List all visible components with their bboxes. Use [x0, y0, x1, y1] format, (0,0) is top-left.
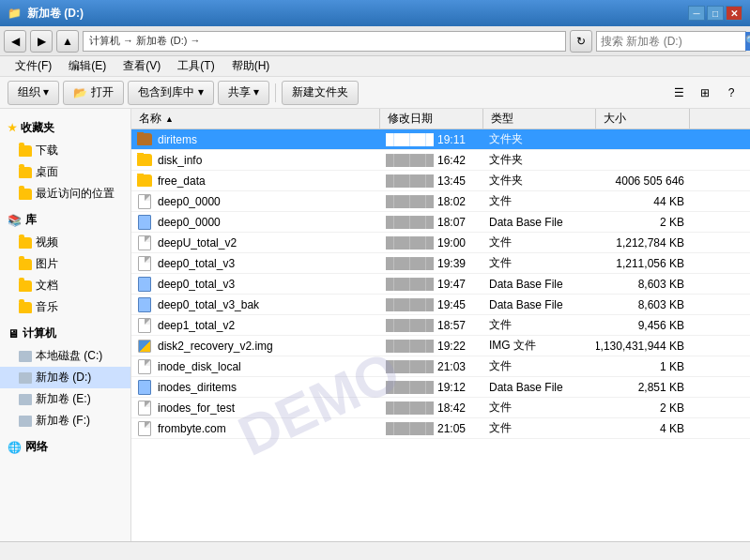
table-row[interactable]: frombyte.com ██████ 21:05 文件 4 KB: [131, 418, 750, 439]
file-type: Data Base File: [489, 381, 563, 394]
sidebar-item-video[interactable]: 视频: [0, 232, 130, 253]
sidebar: ★ 收藏夹 下载 桌面 最近访问的位置 📚 库 视频: [0, 109, 131, 541]
new-folder-button[interactable]: 新建文件夹: [282, 81, 359, 105]
toolbar-separator: [275, 83, 276, 102]
sidebar-item-downloads[interactable]: 下载: [0, 140, 130, 161]
table-row[interactable]: deep0_0000 ██████ 18:07 Data Base File 2…: [131, 212, 750, 233]
computer-label: 计算机: [23, 325, 56, 341]
menu-help[interactable]: 帮助(H): [224, 56, 278, 76]
table-row[interactable]: inodes_for_test ██████ 18:42 文件 2 KB: [131, 398, 750, 418]
file-name-cell: disk_info: [131, 153, 380, 168]
table-row[interactable]: disk_info ██████ 16:42 文件夹: [131, 150, 750, 171]
title-bar-left: 📁 新加卷 (D:): [8, 6, 84, 22]
menu-tools[interactable]: 工具(T): [170, 56, 222, 76]
file-time: 19:45: [437, 298, 466, 311]
organize-button[interactable]: 组织 ▾: [8, 81, 59, 105]
maximize-button[interactable]: □: [707, 6, 724, 21]
include-library-button[interactable]: 包含到库中 ▾: [128, 81, 213, 105]
file-size: 8,603 KB: [638, 278, 684, 291]
search-button[interactable]: 🔍: [745, 32, 750, 51]
drive-icon: [19, 394, 32, 405]
table-row[interactable]: free_data ██████ 13:45 文件夹 4006 505 646: [131, 171, 750, 191]
table-row[interactable]: deep0_0000 ██████ 18:02 文件 44 KB: [131, 191, 750, 212]
file-name: deep0_total_v3: [158, 257, 235, 270]
table-row[interactable]: deep0_total_v3_bak ██████ 19:45 Data Bas…: [131, 295, 750, 315]
sidebar-item-e-drive[interactable]: 新加卷 (E:): [0, 388, 130, 410]
sidebar-item-music[interactable]: 音乐: [0, 296, 130, 318]
column-header-type[interactable]: 类型: [483, 109, 596, 129]
table-row[interactable]: diritems ██████ 19:11 文件夹: [131, 129, 750, 150]
back-button[interactable]: ◀: [4, 30, 26, 53]
file-date-cell: ██████ 19:45: [380, 298, 483, 311]
file-type-cell: 文件: [483, 317, 596, 333]
file-name-cell: free_data: [131, 174, 380, 189]
network-header[interactable]: 🌐 网络: [0, 435, 130, 459]
open-button[interactable]: 📂 打开: [63, 81, 124, 105]
view-tiles-button[interactable]: ⊞: [694, 82, 716, 104]
menu-edit[interactable]: 编辑(E): [61, 56, 114, 76]
sidebar-item-d-drive[interactable]: 新加卷 (D:): [0, 367, 130, 388]
file-type: IMG 文件: [489, 338, 536, 354]
table-row[interactable]: inode_disk_local ██████ 21:03 文件 1 KB: [131, 356, 750, 377]
search-input[interactable]: [597, 35, 745, 48]
sidebar-item-f-drive[interactable]: 新加卷 (F:): [0, 410, 130, 431]
table-row[interactable]: deep1_total_v2 ██████ 18:57 文件 9,456 KB: [131, 315, 750, 336]
sidebar-item-pictures[interactable]: 图片: [0, 253, 130, 275]
close-button[interactable]: ✕: [726, 6, 742, 21]
desktop-label: 桌面: [36, 164, 58, 180]
minimize-button[interactable]: ─: [688, 6, 705, 21]
downloads-label: 下载: [36, 143, 58, 159]
column-header-date[interactable]: 修改日期: [380, 109, 483, 129]
column-header-name[interactable]: 名称 ▲: [131, 109, 380, 129]
refresh-button[interactable]: ↻: [570, 30, 592, 53]
table-row[interactable]: deepU_total_v2 ██████ 19:00 文件 1,212,784…: [131, 233, 750, 253]
file-type-cell: 文件: [483, 235, 596, 250]
file-type: 文件夹: [489, 131, 523, 147]
window-title: 新加卷 (D:): [27, 6, 84, 22]
menu-file[interactable]: 文件(F): [8, 56, 59, 76]
up-button[interactable]: ▲: [56, 30, 79, 53]
file-type-icon: [137, 235, 152, 250]
favorites-label: 收藏夹: [21, 120, 54, 136]
forward-button[interactable]: ▶: [30, 30, 53, 53]
file-date-cell: ██████ 21:03: [380, 360, 483, 373]
column-header-size[interactable]: 大小: [596, 109, 690, 129]
file-size: 2 KB: [660, 401, 684, 415]
file-date: ██████: [386, 278, 434, 291]
file-name: inode_disk_local: [158, 360, 241, 373]
library-header[interactable]: 📚 库: [0, 208, 130, 232]
sidebar-item-desktop[interactable]: 桌面: [0, 161, 130, 183]
file-size: 44 KB: [653, 195, 684, 208]
file-type: Data Base File: [489, 216, 563, 229]
file-icon: [138, 318, 151, 333]
file-name-cell: disk2_recovery_v2.img: [131, 339, 380, 354]
menu-view[interactable]: 查看(V): [115, 56, 168, 76]
sidebar-item-c-drive[interactable]: 本地磁盘 (C:): [0, 345, 130, 367]
table-row[interactable]: disk2_recovery_v2.img ██████ 19:22 IMG 文…: [131, 336, 750, 356]
col-size-label: 大小: [604, 111, 626, 127]
help-button[interactable]: ?: [720, 82, 742, 104]
file-date-cell: ██████ 16:42: [380, 154, 483, 167]
computer-header[interactable]: 🖥 计算机: [0, 322, 130, 345]
documents-label: 文档: [36, 278, 58, 294]
table-row[interactable]: deep0_total_v3 ██████ 19:47 Data Base Fi…: [131, 274, 750, 295]
file-type-icon: [137, 215, 152, 230]
view-details-button[interactable]: ☰: [667, 82, 690, 104]
file-name: inodes_for_test: [158, 401, 235, 415]
search-bar: 🔍: [596, 31, 746, 52]
favorites-header[interactable]: ★ 收藏夹: [0, 116, 130, 140]
sidebar-item-documents[interactable]: 文档: [0, 275, 130, 296]
file-list-container[interactable]: 名称 ▲ 修改日期 类型 大小 diritems ██████ 19:11: [131, 109, 750, 541]
col-name-label: 名称: [139, 111, 161, 127]
table-row[interactable]: inodes_diritems ██████ 19:12 Data Base F…: [131, 377, 750, 398]
file-time: 19:11: [437, 133, 466, 146]
sidebar-item-recent[interactable]: 最近访问的位置: [0, 183, 130, 204]
table-row[interactable]: deep0_total_v3 ██████ 19:39 文件 1,211,056…: [131, 253, 750, 274]
share-button[interactable]: 共享 ▾: [218, 81, 269, 105]
file-type: 文件: [489, 358, 512, 374]
file-date: ██████: [386, 360, 434, 373]
file-name: deep0_total_v3_bak: [158, 298, 259, 311]
share-label: 共享 ▾: [228, 84, 259, 100]
address-input[interactable]: 计算机 → 新加卷 (D:) →: [83, 31, 566, 52]
file-date: ██████: [386, 133, 434, 146]
